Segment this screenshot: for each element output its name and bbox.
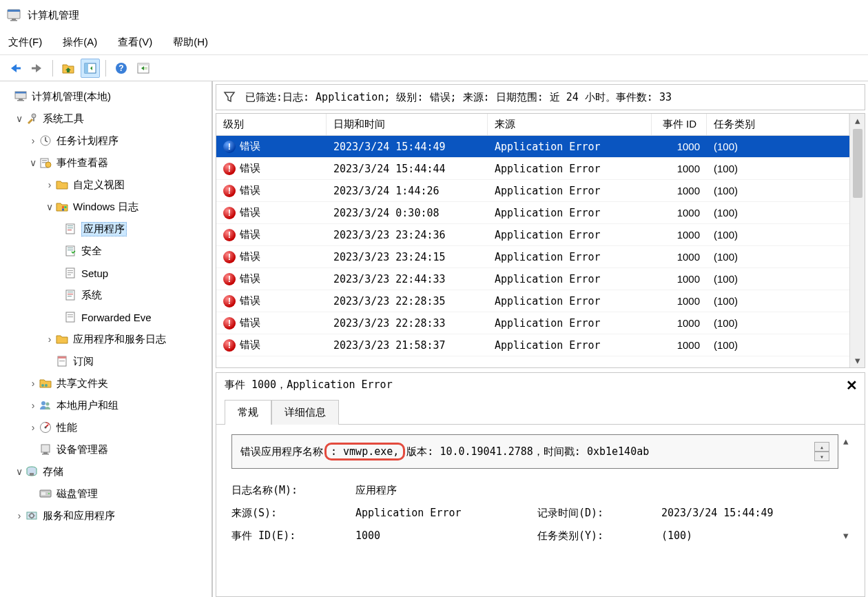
cell-category: (100) (707, 141, 849, 152)
spin-down-icon[interactable]: ▾ (814, 452, 829, 461)
tree-log-forwarded[interactable]: Forwarded Eve (0, 306, 211, 328)
spin-up-icon[interactable]: ▴ (814, 442, 829, 452)
col-header-datetime[interactable]: 日期和时间 (327, 114, 488, 135)
svg-rect-41 (68, 294, 73, 294)
table-row[interactable]: !错误2023/3/23 22:44:33Application Error10… (216, 268, 849, 290)
menu-help[interactable]: 帮助(H) (173, 36, 208, 49)
fault-suffix: 版本: 10.0.19041.2788，时间戳: 0xb1e140ab (406, 445, 649, 458)
log-icon (63, 310, 77, 324)
tree-log-security[interactable]: 安全 (0, 240, 211, 262)
scroll-up-icon[interactable]: ▴ (838, 434, 854, 448)
tree-disk-management[interactable]: 磁盘管理 (0, 483, 211, 505)
tree-shared-folders[interactable]: › 共享文件夹 (0, 372, 211, 394)
computer-icon (14, 90, 28, 103)
chevron-down-icon[interactable]: ∨ (14, 113, 25, 124)
tree-task-scheduler[interactable]: › 任务计划程序 (0, 130, 211, 152)
tab-details[interactable]: 详细信息 (271, 400, 339, 425)
table-row[interactable]: !错误2023/3/23 23:24:36Application Error10… (216, 224, 849, 246)
cell-event-id: 1000 (652, 229, 707, 241)
table-row[interactable]: !错误2023/3/23 22:28:33Application Error10… (216, 312, 849, 334)
up-button[interactable] (59, 59, 78, 78)
menu-file[interactable]: 文件(F) (8, 36, 42, 49)
cell-source: Application Error (488, 207, 652, 219)
cell-datetime: 2023/3/24 15:44:49 (327, 141, 488, 153)
chevron-down-icon[interactable]: ∨ (14, 466, 25, 477)
tree-services-apps[interactable]: › 服务和应用程序 (0, 505, 211, 527)
tree-label: Setup (81, 267, 108, 279)
col-header-source[interactable]: 来源 (488, 114, 652, 135)
svg-rect-29 (68, 225, 73, 226)
chevron-right-icon[interactable]: › (44, 334, 55, 345)
detail-scrollbar[interactable]: ▴ ▾ (838, 434, 854, 543)
scroll-thumb[interactable] (853, 129, 862, 198)
col-header-event-id[interactable]: 事件 ID (652, 114, 707, 135)
help-button[interactable]: ? (112, 59, 131, 78)
svg-rect-7 (85, 63, 88, 73)
svg-rect-12 (144, 67, 147, 70)
chevron-right-icon[interactable]: › (28, 378, 39, 389)
table-row[interactable]: !错误2023/3/24 15:44:44Application Error10… (216, 158, 849, 180)
svg-point-17 (32, 114, 36, 118)
tree-event-viewer[interactable]: ∨ 事件查看器 (0, 152, 211, 174)
folder-icon (55, 332, 69, 346)
table-scrollbar[interactable]: ▴ ▾ (849, 114, 865, 367)
chevron-down-icon[interactable]: ∨ (28, 157, 39, 168)
error-icon: ! (223, 141, 236, 153)
cell-event-id: 1000 (652, 251, 707, 263)
chevron-right-icon[interactable]: › (28, 422, 39, 433)
tree-performance[interactable]: › 性能 (0, 416, 211, 438)
forward-button[interactable] (28, 59, 47, 78)
tree-system-tools[interactable]: ∨ 系统工具 (0, 108, 211, 130)
chevron-down-icon[interactable]: ∨ (44, 201, 55, 212)
label-event-id: 事件 ID(E): (231, 529, 347, 543)
table-row[interactable]: !错误2023/3/24 0:30:08Application Error100… (216, 202, 849, 224)
tree-local-users[interactable]: › 本地用户和组 (0, 394, 211, 416)
svg-rect-14 (15, 92, 26, 94)
tree-subscriptions[interactable]: 订阅 (0, 350, 211, 372)
tree-custom-views[interactable]: › 自定义视图 (0, 174, 211, 196)
table-row[interactable]: !错误2023/3/23 22:28:35Application Error10… (216, 290, 849, 312)
tree-log-application[interactable]: 应用程序 (0, 218, 211, 240)
scroll-up-icon[interactable]: ▴ (850, 114, 865, 128)
chevron-right-icon[interactable]: › (44, 179, 55, 190)
table-row[interactable]: !错误2023/3/23 23:24:15Application Error10… (216, 246, 849, 268)
tab-general[interactable]: 常规 (225, 400, 271, 425)
toolbar-separator (52, 60, 53, 77)
table-row[interactable]: !错误2023/3/24 1:44:26Application Error100… (216, 180, 849, 202)
tree-log-system[interactable]: 系统 (0, 284, 211, 306)
menu-action[interactable]: 操作(A) (63, 36, 97, 49)
col-header-category[interactable]: 任务类别 (707, 114, 849, 135)
chevron-right-icon[interactable]: › (28, 135, 39, 146)
table-row[interactable]: !错误2023/3/23 21:58:37Application Error10… (216, 334, 849, 356)
svg-point-51 (41, 401, 45, 405)
log-icon (63, 266, 77, 280)
tree-log-setup[interactable]: Setup (0, 262, 211, 284)
value-source: Application Error (355, 507, 529, 520)
error-icon: ! (223, 317, 236, 330)
properties-button[interactable] (134, 59, 153, 78)
scroll-down-icon[interactable]: ▾ (838, 529, 854, 543)
chevron-right-icon[interactable]: › (28, 400, 39, 411)
back-button[interactable] (6, 59, 25, 78)
close-icon[interactable]: ✕ (846, 377, 858, 394)
menu-view[interactable]: 查看(V) (118, 36, 152, 49)
show-hide-tree-button[interactable] (81, 59, 100, 78)
fault-spinner[interactable]: ▴ ▾ (814, 442, 829, 461)
svg-rect-15 (19, 99, 23, 100)
error-icon: ! (223, 251, 236, 263)
scroll-down-icon[interactable]: ▾ (850, 354, 865, 367)
cell-level: 错误 (240, 250, 260, 263)
tree-windows-logs[interactable]: ∨ Windows 日志 (0, 196, 211, 218)
cell-category: (100) (707, 295, 849, 307)
svg-rect-11 (138, 63, 149, 65)
tree-root[interactable]: 计算机管理(本地) (0, 85, 211, 108)
event-log-icon (39, 156, 52, 170)
col-header-level[interactable]: 级别 (216, 114, 327, 135)
tree-device-manager[interactable]: 设备管理器 (0, 438, 211, 461)
chevron-right-icon[interactable]: › (14, 510, 25, 521)
table-row[interactable]: !错误2023/3/24 15:44:49Application Error10… (216, 136, 849, 158)
tree-app-service-logs[interactable]: › 应用程序和服务日志 (0, 328, 211, 350)
tree-label: 计算机管理(本地) (32, 90, 111, 103)
tree-storage[interactable]: ∨ 存储 (0, 461, 211, 483)
svg-rect-18 (33, 118, 34, 121)
